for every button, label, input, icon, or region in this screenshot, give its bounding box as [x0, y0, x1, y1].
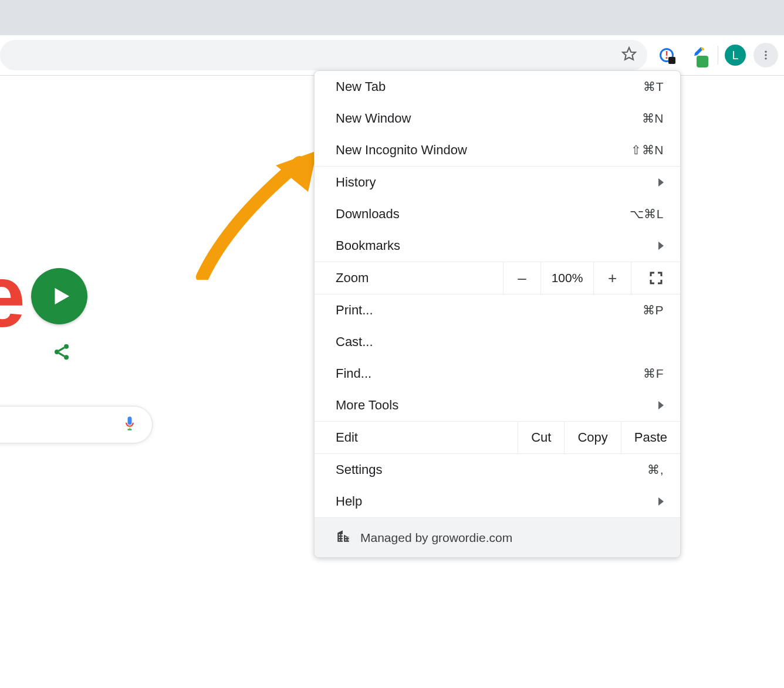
menu-more-tools[interactable]: More Tools: [315, 389, 680, 421]
fullscreen-button[interactable]: [631, 262, 680, 294]
menu-print-shortcut: ⌘P: [643, 303, 664, 317]
svg-rect-2: [666, 51, 667, 56]
zoom-in-button[interactable]: +: [593, 262, 631, 294]
doodle-letter-e: e: [0, 252, 25, 340]
menu-history-label: History: [336, 175, 376, 190]
menu-find[interactable]: Find... ⌘F: [315, 358, 680, 389]
menu-new-incognito[interactable]: New Incognito Window ⇧⌘N: [315, 134, 680, 166]
svg-point-6: [765, 57, 766, 59]
svg-point-8: [55, 350, 59, 354]
profile-initial: L: [725, 45, 746, 66]
menu-managed-footer[interactable]: Managed by growordie.com: [315, 518, 680, 557]
edit-paste-button[interactable]: Paste: [621, 422, 680, 453]
menu-settings[interactable]: Settings ⌘,: [315, 454, 680, 486]
menu-history[interactable]: History: [315, 167, 680, 198]
menu-new-window-label: New Window: [336, 111, 411, 126]
google-doodle-fragment: e: [0, 252, 87, 340]
chevron-right-icon: [658, 178, 664, 187]
menu-more-tools-label: More Tools: [336, 398, 398, 413]
menu-help-label: Help: [336, 494, 362, 509]
extension-colorpicker-icon[interactable]: [685, 43, 709, 67]
menu-help[interactable]: Help: [315, 486, 680, 517]
share-icon[interactable]: [50, 340, 73, 364]
menu-new-window-shortcut: ⌘N: [642, 111, 664, 126]
svg-point-7: [64, 344, 69, 349]
menu-cast[interactable]: Cast...: [315, 326, 680, 358]
chrome-menu: New Tab ⌘T New Window ⌘N New Incognito W…: [314, 70, 681, 558]
zoom-value: 100%: [540, 262, 593, 294]
svg-point-5: [765, 54, 766, 56]
chevron-right-icon: [658, 497, 664, 506]
menu-edit-label: Edit: [315, 422, 518, 453]
svg-marker-0: [623, 48, 636, 60]
browser-toolbar: L: [0, 35, 784, 75]
menu-downloads[interactable]: Downloads ⌥⌘L: [315, 198, 680, 230]
address-bar[interactable]: [0, 40, 647, 70]
menu-new-tab-shortcut: ⌘T: [643, 80, 664, 94]
edit-copy-button[interactable]: Copy: [564, 422, 620, 453]
doodle-play-button[interactable]: [31, 268, 87, 324]
annotation-arrow: [194, 145, 329, 280]
extension-1-icon[interactable]: [654, 43, 679, 67]
menu-new-incognito-label: New Incognito Window: [336, 143, 467, 158]
chevron-right-icon: [658, 401, 664, 409]
menu-bookmarks[interactable]: Bookmarks: [315, 230, 680, 262]
svg-point-3: [665, 57, 667, 59]
chrome-menu-button[interactable]: [753, 43, 778, 67]
toolbar-divider: [718, 46, 718, 65]
bookmark-star-icon[interactable]: [621, 46, 637, 64]
svg-point-4: [765, 51, 766, 53]
menu-new-tab-label: New Tab: [336, 79, 386, 94]
menu-new-incognito-shortcut: ⇧⌘N: [631, 143, 664, 157]
menu-new-window[interactable]: New Window ⌘N: [315, 103, 680, 134]
edit-cut-button[interactable]: Cut: [518, 422, 564, 453]
chevron-right-icon: [658, 242, 664, 250]
voice-search-icon[interactable]: [121, 415, 138, 434]
menu-managed-text: Managed by growordie.com: [360, 531, 512, 545]
menu-print-label: Print...: [336, 303, 373, 318]
menu-find-label: Find...: [336, 366, 371, 381]
menu-bookmarks-label: Bookmarks: [336, 238, 400, 253]
menu-downloads-label: Downloads: [336, 206, 400, 222]
menu-zoom-row: Zoom – 100% +: [315, 262, 680, 294]
menu-settings-shortcut: ⌘,: [647, 463, 664, 477]
menu-print[interactable]: Print... ⌘P: [315, 294, 680, 326]
menu-new-tab[interactable]: New Tab ⌘T: [315, 71, 680, 103]
profile-avatar[interactable]: L: [723, 43, 748, 67]
tab-strip: [0, 0, 784, 35]
svg-point-9: [64, 355, 69, 360]
menu-cast-label: Cast...: [336, 334, 373, 350]
menu-find-shortcut: ⌘F: [643, 367, 664, 381]
menu-zoom-label: Zoom: [315, 262, 503, 294]
menu-edit-row: Edit Cut Copy Paste: [315, 422, 680, 453]
zoom-out-button[interactable]: –: [503, 262, 540, 294]
google-search-box[interactable]: [0, 406, 153, 443]
building-icon: [336, 528, 351, 547]
menu-settings-label: Settings: [336, 462, 383, 477]
menu-downloads-shortcut: ⌥⌘L: [630, 207, 664, 221]
